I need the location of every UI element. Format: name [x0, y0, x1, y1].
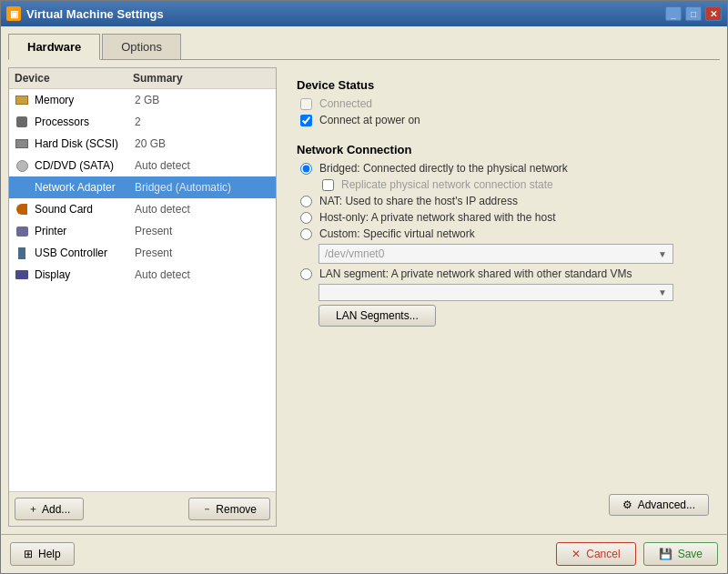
tab-hardware[interactable]: Hardware: [8, 34, 100, 60]
printer-icon: [15, 224, 29, 238]
radio-lan: LAN segment: A private network shared wi…: [297, 267, 709, 280]
save-label: Save: [678, 548, 703, 560]
table-row[interactable]: Memory 2 GB: [9, 89, 276, 111]
lan-segments-label: LAN Segments...: [336, 309, 419, 322]
cancel-button[interactable]: ✕ Cancel: [556, 542, 635, 566]
chevron-down-icon: ▼: [658, 287, 667, 297]
device-table-header: Device Summary: [9, 68, 276, 89]
radio-custom-input[interactable]: [300, 228, 312, 240]
device-summary: Auto detect: [135, 159, 270, 172]
radio-nat-input[interactable]: [300, 196, 312, 207]
radio-bridged-input[interactable]: [300, 163, 312, 175]
device-status-section: Device Status Connected Connect at power…: [297, 78, 709, 130]
device-name: Network Adapter: [35, 181, 135, 194]
radio-bridged: Bridged: Connected directly to the physi…: [297, 162, 709, 175]
connected-label: Connected: [319, 97, 372, 110]
cd-icon: [15, 158, 29, 173]
radio-hostonly-input[interactable]: [300, 212, 312, 224]
table-row[interactable]: USB Controller Present: [9, 242, 276, 264]
replicate-label: Replicate physical network connection st…: [341, 178, 553, 191]
tab-options[interactable]: Options: [102, 34, 181, 59]
device-summary: 2 GB: [135, 94, 270, 106]
device-name: Memory: [35, 94, 135, 106]
device-name: Sound Card: [35, 203, 135, 216]
add-button[interactable]: Add...: [15, 498, 84, 520]
device-summary: Bridged (Automatic): [135, 181, 270, 194]
device-name: USB Controller: [35, 247, 135, 259]
radio-custom: Custom: Specific virtual network: [297, 227, 709, 240]
device-summary: Present: [135, 225, 270, 237]
app-icon: ▣: [6, 6, 21, 21]
save-button[interactable]: 💾 Save: [643, 542, 718, 566]
device-panel: Device Summary Memory 2 GB Processors 2: [8, 67, 277, 527]
usb-icon: [15, 246, 29, 260]
table-row[interactable]: Display Auto detect: [9, 264, 276, 286]
lan-dropdown[interactable]: ▼: [318, 284, 673, 301]
radio-lan-input[interactable]: [300, 268, 312, 280]
main-area: Device Summary Memory 2 GB Processors 2: [8, 67, 720, 527]
hdd-icon: [15, 136, 29, 151]
radio-custom-label: Custom: Specific virtual network: [319, 227, 475, 240]
replicate-checkbox[interactable]: [322, 179, 334, 191]
network-connection-section: Network Connection Bridged: Connected di…: [297, 143, 709, 327]
radio-hostonly-label: Host-only: A private network shared with…: [319, 211, 555, 224]
device-name: Hard Disk (SCSI): [35, 137, 135, 150]
table-row[interactable]: CD/DVD (SATA) Auto detect: [9, 155, 276, 176]
connected-checkbox[interactable]: [300, 98, 312, 110]
memory-icon: [15, 93, 29, 107]
device-summary: Auto detect: [135, 268, 270, 281]
content-area: Hardware Options Device Summary Memory 2…: [1, 26, 727, 534]
help-button[interactable]: ⊞ Help: [10, 542, 75, 566]
window-title: Virtual Machine Settings: [26, 7, 164, 21]
device-summary: Auto detect: [135, 203, 270, 216]
replicate-row: Replicate physical network connection st…: [322, 178, 709, 191]
net-icon: [15, 180, 29, 195]
radio-bridged-label: Bridged: Connected directly to the physi…: [319, 162, 568, 175]
cancel-icon: ✕: [571, 548, 581, 560]
remove-label: Remove: [216, 503, 257, 516]
device-summary: 20 GB: [135, 137, 270, 150]
maximize-button[interactable]: □: [685, 6, 702, 21]
connect-power-checkbox[interactable]: [300, 115, 312, 126]
remove-button[interactable]: Remove: [188, 498, 270, 520]
minimize-button[interactable]: _: [665, 6, 682, 21]
table-row[interactable]: Processors 2: [9, 111, 276, 133]
device-status-title: Device Status: [297, 78, 709, 92]
device-name: CD/DVD (SATA): [35, 159, 135, 172]
cancel-label: Cancel: [586, 548, 620, 560]
advanced-label: Advanced...: [638, 498, 695, 511]
table-row[interactable]: Printer Present: [9, 220, 276, 242]
help-label: Help: [38, 548, 61, 560]
gear-icon: ⚙: [622, 498, 632, 511]
panel-buttons: Add... Remove: [9, 491, 276, 526]
close-button[interactable]: ✕: [705, 6, 722, 21]
lan-segments-button[interactable]: LAN Segments...: [318, 305, 436, 327]
device-name: Display: [35, 268, 135, 281]
radio-nat-label: NAT: Used to share the host's IP address: [319, 195, 518, 207]
table-row[interactable]: Hard Disk (SCSI) 20 GB: [9, 133, 276, 155]
display-icon: [15, 267, 29, 282]
device-summary: Present: [135, 247, 270, 259]
titlebar: ▣ Virtual Machine Settings _ □ ✕: [1, 1, 727, 26]
device-name: Processors: [35, 116, 135, 128]
tab-bar: Hardware Options: [8, 34, 720, 60]
device-name: Printer: [35, 225, 135, 237]
advanced-button[interactable]: ⚙ Advanced...: [609, 494, 709, 516]
main-window: ▣ Virtual Machine Settings _ □ ✕ Hardwar…: [0, 0, 728, 574]
help-icon: ⊞: [24, 548, 33, 560]
table-row[interactable]: Sound Card Auto detect: [9, 198, 276, 220]
device-list: Memory 2 GB Processors 2 Hard Disk (SCSI…: [9, 89, 276, 491]
save-icon: 💾: [659, 548, 672, 560]
custom-dropdown[interactable]: /dev/vmnet0 ▼: [318, 244, 673, 264]
bottom-bar: ⊞ Help ✕ Cancel 💾 Save: [1, 534, 727, 573]
custom-dropdown-value: /dev/vmnet0: [325, 247, 384, 260]
device-summary: 2: [135, 116, 270, 128]
add-label: Add...: [42, 503, 70, 516]
radio-hostonly: Host-only: A private network shared with…: [297, 211, 709, 224]
cpu-icon: [15, 115, 29, 129]
network-connection-title: Network Connection: [297, 143, 709, 156]
table-row-network-adapter[interactable]: Network Adapter Bridged (Automatic): [9, 176, 276, 198]
chevron-down-icon: ▼: [658, 249, 667, 259]
connect-power-row: Connect at power on: [297, 114, 709, 126]
radio-lan-label: LAN segment: A private network shared wi…: [319, 267, 632, 280]
